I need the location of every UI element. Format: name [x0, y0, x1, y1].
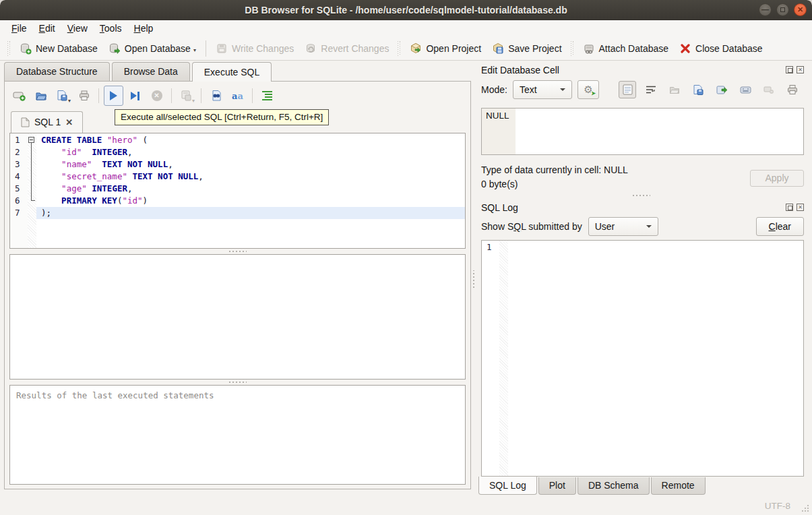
close-database-button[interactable]: Close Database	[674, 39, 768, 58]
editor-line-numbers: 1234567	[10, 133, 28, 248]
menu-view[interactable]: View	[61, 22, 94, 35]
clear-log-button[interactable]: Clear	[756, 217, 804, 236]
editor-line[interactable]: "secret_name" TEXT NOT NULL,	[41, 171, 465, 183]
close-dock-icon[interactable]: ✕	[797, 66, 804, 73]
new-database-button[interactable]: New Database	[14, 39, 103, 58]
auto-complete-button[interactable]: aa	[228, 86, 247, 106]
tab-execute-sql[interactable]: Execute SQL	[192, 62, 272, 82]
stop-execution-button[interactable]: ✕	[147, 86, 166, 106]
revert-changes-button[interactable]: Revert Changes	[299, 39, 394, 58]
log-content[interactable]	[508, 241, 803, 476]
edit-cell-toolbar: Mode: Text ⚙ ➤	[476, 77, 806, 102]
results-message-area[interactable]: Results of the last executed statements	[9, 385, 466, 485]
text-view-button[interactable]	[619, 81, 636, 98]
splitter-results-messages[interactable]	[8, 380, 467, 385]
cell-value: NULL	[482, 109, 516, 154]
import-cell-button[interactable]	[666, 81, 683, 98]
new-sql-tab-button[interactable]	[9, 86, 29, 106]
editor-line[interactable]: CREATE TABLE "hero" (	[41, 134, 465, 146]
close-button[interactable]: ✕	[794, 3, 807, 16]
print-cell-button[interactable]	[784, 81, 801, 98]
toolbar-grip[interactable]	[398, 41, 401, 56]
editor-line[interactable]: "age" INTEGER,	[41, 183, 465, 195]
sql-log-area[interactable]: 1	[481, 240, 804, 477]
editor-code[interactable]: CREATE TABLE "hero" ( "id" INTEGER, "nam…	[36, 133, 465, 248]
menu-help[interactable]: Help	[128, 22, 160, 35]
attach-database-button[interactable]: Attach Database	[577, 39, 675, 58]
results-grid[interactable]	[9, 254, 466, 380]
open-sql-file-button[interactable]	[31, 86, 51, 106]
open-url-button[interactable]	[737, 81, 754, 98]
open-project-button[interactable]: Open Project	[404, 39, 487, 58]
encoding-indicator[interactable]: UTF-8	[765, 501, 790, 511]
dock-tab-plot[interactable]: Plot	[538, 477, 576, 495]
editor-line[interactable]: PRIMARY KEY("id")	[41, 195, 465, 207]
title-bar[interactable]: DB Browser for SQLite - /home/user/code/…	[0, 0, 812, 20]
editor-line[interactable]: "name" TEXT NOT NULL,	[41, 158, 465, 171]
auto-switch-mode-button[interactable]: ⚙ ➤	[577, 80, 599, 99]
dock-tab-remote[interactable]: Remote	[651, 477, 706, 495]
revert-changes-icon	[305, 42, 317, 55]
tab-database-structure[interactable]: Database Structure	[4, 62, 110, 81]
save-project-label: Save Project	[508, 43, 561, 54]
print-sql-button[interactable]	[74, 86, 94, 106]
sql-file-icon	[21, 117, 30, 127]
find-button[interactable]	[206, 86, 226, 106]
save-sql-file-button[interactable]: ▾	[53, 86, 72, 106]
export-cell-button[interactable]	[689, 81, 707, 98]
sql-editor[interactable]: 1234567 CREATE TABLE "hero" ( "id" INTEG…	[9, 133, 466, 249]
sql1-tab-close-icon[interactable]: ✕	[65, 117, 73, 127]
cell-editor-input[interactable]	[516, 109, 803, 154]
open-database-dropdown-icon[interactable]: ▾	[193, 47, 196, 55]
fold-marker-icon[interactable]	[28, 137, 34, 143]
float-dock-icon[interactable]	[786, 204, 793, 211]
fold-line-elbow	[31, 200, 35, 201]
save-results-button[interactable]: ▾	[177, 86, 196, 106]
save-project-button[interactable]: Save Project	[487, 39, 567, 58]
dock-tab-db-schema[interactable]: DB Schema	[577, 477, 650, 495]
text-document-icon	[623, 84, 633, 95]
tab-browse-data[interactable]: Browse Data	[112, 62, 190, 81]
dock-tab-sql-log[interactable]: SQL Log	[478, 477, 537, 495]
sql-toolbar-separator	[171, 88, 172, 103]
open-database-button[interactable]: Open Database ▾	[103, 39, 201, 58]
splitter-dock-sections[interactable]	[476, 193, 806, 198]
execute-line-button[interactable]	[125, 86, 145, 106]
write-changes-button[interactable]: Write Changes	[210, 39, 299, 58]
close-dock-icon[interactable]: ✕	[797, 204, 804, 211]
cell-editor-area[interactable]: NULL	[481, 108, 804, 155]
execute-all-button[interactable]	[104, 86, 123, 106]
toolbar-grip[interactable]	[571, 41, 574, 56]
splitter-main-dock[interactable]	[471, 61, 476, 497]
apply-button[interactable]: Apply	[750, 170, 804, 187]
attach-database-label: Attach Database	[599, 43, 669, 54]
sql-toolbar-separator	[252, 88, 253, 103]
close-database-icon	[679, 42, 691, 55]
toolbar-grip[interactable]	[7, 41, 11, 56]
splitter-editor-results[interactable]	[8, 249, 467, 254]
null-icon	[763, 86, 774, 94]
revert-changes-label: Revert Changes	[321, 43, 389, 54]
mode-select[interactable]: Text	[513, 80, 572, 99]
line-number: 6	[15, 195, 28, 207]
log-line-number: 1	[482, 241, 499, 476]
resize-grip[interactable]	[801, 504, 809, 512]
print-icon	[78, 90, 90, 102]
sql1-tab[interactable]: SQL 1 ✕	[11, 111, 83, 133]
maximize-button[interactable]	[776, 3, 789, 16]
word-wrap-button[interactable]	[642, 81, 660, 98]
float-dock-icon[interactable]	[786, 66, 793, 73]
menu-file[interactable]: File	[5, 22, 33, 35]
menu-tools[interactable]: Tools	[94, 22, 128, 35]
editor-line[interactable]: "id" INTEGER,	[41, 146, 465, 158]
menu-edit[interactable]: Edit	[33, 22, 61, 35]
save-sql-dropdown-icon[interactable]: ▾	[68, 98, 71, 105]
write-changes-label: Write Changes	[232, 43, 294, 54]
export-data-button[interactable]	[713, 81, 730, 98]
editor-line[interactable]: );	[36, 207, 465, 219]
format-sql-button[interactable]	[257, 86, 277, 106]
minimize-button[interactable]: —	[759, 3, 772, 16]
editor-fold-column[interactable]	[28, 133, 36, 248]
set-null-button[interactable]	[760, 81, 778, 98]
log-source-select[interactable]: User	[588, 217, 658, 236]
